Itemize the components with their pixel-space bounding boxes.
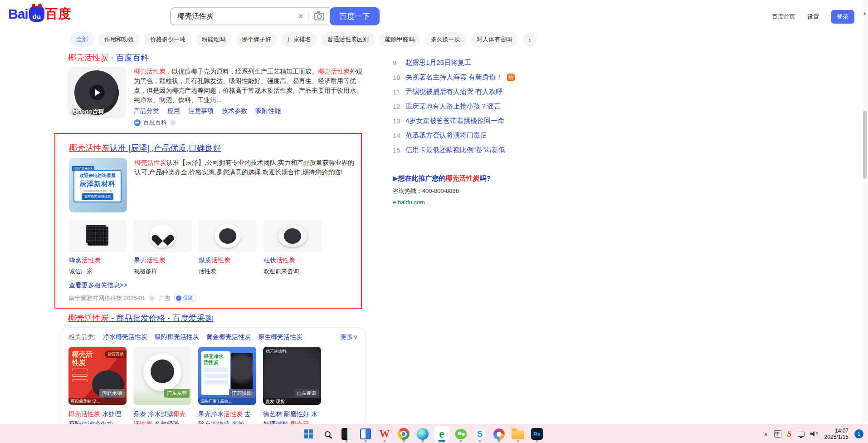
skype-icon[interactable]: S xyxy=(472,426,488,442)
ad-product-coal[interactable]: 煤质活性炭 活性炭 xyxy=(199,220,257,276)
baidu-paw-icon: du xyxy=(29,6,44,22)
color-ring-app-icon[interactable] xyxy=(491,426,507,442)
sitelink[interactable]: 注意事项 xyxy=(188,107,214,115)
hot-item[interactable]: 11尹锡悦被捕后有人痛哭 有人欢呼 xyxy=(393,84,538,99)
ime-icon[interactable]: 申 xyxy=(774,430,781,438)
date: 2025/1/15 xyxy=(824,434,848,440)
search-button[interactable]: 百度一下 xyxy=(330,7,380,25)
nav-baidu-home[interactable]: 百度首页 xyxy=(772,13,795,21)
chrome-icon[interactable] xyxy=(395,426,412,442)
edge-icon[interactable] xyxy=(414,426,431,442)
sitelink[interactable]: 技术参数 xyxy=(222,107,247,115)
promo-headline[interactable]: ▶想在此推广您的椰壳活性炭吗? xyxy=(393,174,491,183)
search-tab[interactable]: 哪个牌子好 xyxy=(236,32,277,47)
logo-text-cn: 百度 xyxy=(45,5,72,23)
wps-icon[interactable]: W xyxy=(376,426,393,442)
result-title[interactable]: 椰壳活性炭 - 商品批发价格 - 百度爱采购 xyxy=(68,313,363,323)
chevron-up-icon[interactable]: ∧ xyxy=(764,431,768,438)
nav-settings[interactable]: 设置 xyxy=(807,13,819,21)
video-thumbnail[interactable]: 秒dong百科 xyxy=(68,67,126,118)
hot-item[interactable]: 14范丞丞方否认将演将门毒后 xyxy=(393,128,538,143)
start-icon[interactable] xyxy=(300,426,317,442)
search-tab[interactable]: 厂家排名 xyxy=(282,32,317,47)
related-category[interactable]: 净水椰壳活性炭 xyxy=(103,333,147,341)
result-baike: 椰壳活性炭 - 百度百科 秒dong百科 椰壳活性炭，以优质椰子壳为原料，经系列… xyxy=(68,53,363,127)
source-name[interactable]: 百度百科 xyxy=(143,118,167,127)
more-related-link[interactable]: 查看更多相关信息>> xyxy=(69,281,356,290)
panes-app-icon[interactable] xyxy=(357,426,374,442)
sitelink[interactable]: 应用 xyxy=(167,107,180,115)
scrollbar-track[interactable] xyxy=(862,0,868,424)
notes-app-icon[interactable] xyxy=(338,426,355,442)
product-image xyxy=(263,220,322,252)
tabs-next-icon[interactable]: › xyxy=(522,32,537,47)
hot-item[interactable]: 12重庆某地有人路上抢小孩？谣言 xyxy=(393,99,538,113)
promo-hotline: 咨询热线：400-800-8888 xyxy=(393,187,491,195)
file-explorer-icon[interactable] xyxy=(510,426,526,442)
photoshop-icon[interactable]: Ps xyxy=(529,426,545,442)
goods-card[interactable]: 果壳净水活性炭 源头厂家 | 高效... 江苏溧阳 果壳净水活性炭 去除有害物质… xyxy=(198,347,256,429)
related-category[interactable]: 吸附椰壳活性炭 xyxy=(155,333,199,341)
taskbar-icons: W e S Ps xyxy=(300,424,545,443)
sitelink[interactable]: 产品分类 xyxy=(134,107,159,115)
search-tab[interactable]: 普通活性炭区别 xyxy=(322,32,375,47)
related-category[interactable]: 原生椰壳活性炭 xyxy=(258,333,302,341)
hot-item[interactable]: 9赵露思1月25日将复工 xyxy=(393,55,538,70)
wechat-icon[interactable] xyxy=(453,426,469,442)
sogou-input-icon[interactable]: S xyxy=(787,429,792,439)
feedback-chevron-icon[interactable]: ∨ xyxy=(149,295,155,301)
columnar-carbon-image xyxy=(284,228,301,244)
scrollbar-thumb[interactable] xyxy=(863,111,867,179)
result-aicaigou: 椰壳活性炭 - 商品批发价格 - 百度爱采购 相关品类: 净水椰壳活性炭 吸附椰… xyxy=(68,313,363,434)
camera-search-icon[interactable] xyxy=(314,13,324,20)
monitor-icon[interactable] xyxy=(798,432,805,437)
search-tab[interactable]: 价格多少一吨 xyxy=(144,32,191,47)
search-box: ✕ xyxy=(170,7,329,25)
spec-line xyxy=(204,374,228,378)
notification-badge[interactable]: 1 xyxy=(854,429,863,438)
speaker-muted-icon[interactable]: × xyxy=(810,431,819,437)
hot-item[interactable]: 15信用卡最低还款额比例“卷”出新低 xyxy=(393,143,538,157)
clear-search-icon[interactable]: ✕ xyxy=(293,12,308,21)
goods-card[interactable]: 椰壳活性炭 货源直供 可按需定制 没... 河北承德 椰壳活性炭 水处理 吸附过… xyxy=(68,347,127,429)
tab-all[interactable]: 全部 xyxy=(70,32,94,47)
search-tab[interactable]: 多久换一次 xyxy=(425,32,466,47)
logo-text-bai: Bai xyxy=(8,6,28,22)
ad-thumbnail[interactable]: 优质产品等你来 欢迎来电咨询客服 辰泽新材料 价格优惠/品质保障/服务一流 立即… xyxy=(69,158,127,212)
chevron-down-icon[interactable]: ∨ xyxy=(170,119,176,126)
promo-url[interactable]: e.baidu.com xyxy=(393,199,491,206)
results-column: 椰壳活性炭 - 百度百科 秒dong百科 椰壳活性炭，以优质椰子壳为原料，经系列… xyxy=(68,53,363,434)
baidu-logo[interactable]: Bai du 百度 xyxy=(8,5,72,23)
spec-line xyxy=(204,380,228,384)
product-image xyxy=(199,220,257,252)
coal-carbon-image xyxy=(219,228,236,244)
ad-product-honeycomb[interactable]: 蜂窝活性炭 诚信厂家 xyxy=(69,220,127,276)
goods-card[interactable]: 德艺林滤料. 直发 现货 山东青岛 德艺林 耐磨性好 水处理滤料 椰壳活... xyxy=(263,347,321,429)
search-tab[interactable]: 对人体有害吗 xyxy=(471,32,518,47)
search-tab[interactable]: 能除甲醛吗 xyxy=(379,32,420,47)
goods-card[interactable]: 广东东莞 鼎泰 净水过滤椰壳活性炭 多年经验 ... xyxy=(133,347,191,429)
ad-title[interactable]: 椰壳活性炭认准 [辰泽] ,产品优质,口碑良好 xyxy=(69,143,356,153)
search-input[interactable] xyxy=(177,12,293,20)
sitelink[interactable]: 吸附性能 xyxy=(255,107,281,115)
sitelinks: 产品分类 应用 注意事项 技术参数 吸附性能 xyxy=(134,107,363,115)
taskbar-clock[interactable]: 14:07 2025/1/15 xyxy=(824,428,848,440)
ad-product-shell[interactable]: 果壳活性炭 规格多样 xyxy=(134,220,192,276)
hot-item[interactable]: 10央视著名主持人海霞 有新身份！热 xyxy=(393,70,538,84)
search-tab[interactable]: 作用和功效 xyxy=(98,32,140,47)
spec-line xyxy=(204,368,228,372)
more-categories-link[interactable]: 更多∨ xyxy=(341,333,358,341)
search-tab[interactable]: 粉能吃吗 xyxy=(196,32,231,47)
ad-product-columnar[interactable]: 柱状活性炭 欢迎前来咨询 xyxy=(263,220,322,276)
hot-item[interactable]: 134岁女童被爸爸带着跳楼捡回一命 xyxy=(393,113,538,128)
green-browser-icon[interactable]: e xyxy=(434,426,450,442)
scrollbar-up-icon[interactable]: ▲ xyxy=(863,11,867,15)
result-title[interactable]: 椰壳活性炭 - 百度百科 xyxy=(68,53,363,63)
feature-line xyxy=(72,369,88,371)
guarantee-badge[interactable]: ✓ 保障 xyxy=(174,294,196,302)
search-icon[interactable] xyxy=(319,426,336,442)
login-button[interactable]: 登录 xyxy=(831,10,854,24)
ad-source-name[interactable]: 南宁聚雅祥网络科技 2025-01 xyxy=(69,294,145,302)
windows-taskbar: W e S Ps ∧ 申 S × 14:07 2025/1/15 1 xyxy=(0,424,868,443)
related-category[interactable]: 黄金椰壳活性炭 xyxy=(206,333,251,341)
